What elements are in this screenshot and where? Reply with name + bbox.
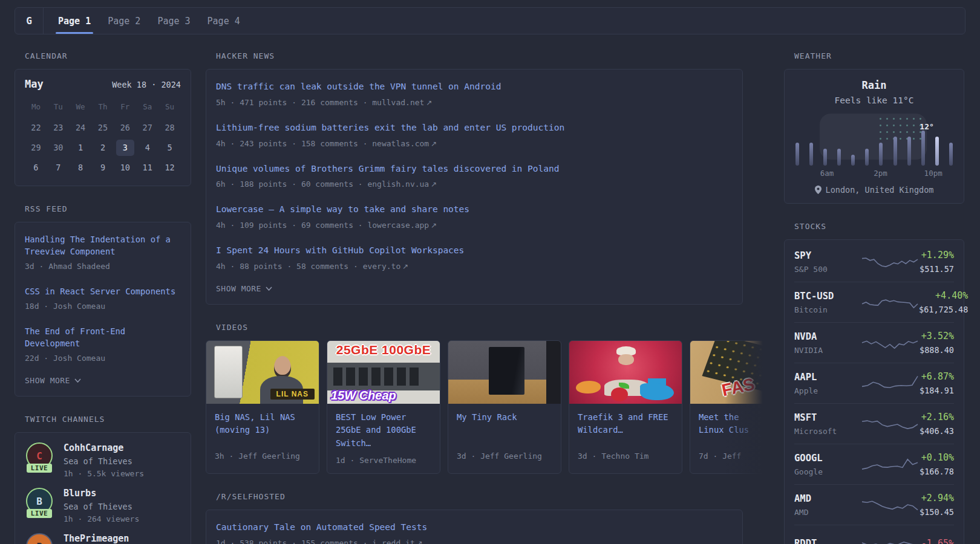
calendar-date: 10 bbox=[116, 160, 134, 176]
stock-row[interactable]: NVDA NVIDIA +3.52% $888.40 bbox=[794, 322, 954, 363]
twitch-channel-name[interactable]: Blurbs bbox=[64, 488, 139, 499]
hn-item-meta: 4h · 109 points · 69 comments · lowercas… bbox=[216, 221, 733, 230]
video-card-body: My Tiny Rack 3d · Jeff Geerling bbox=[448, 404, 561, 469]
twitch-channel-name[interactable]: CohhCarnage bbox=[64, 442, 144, 453]
stock-change: +1.29% bbox=[919, 250, 954, 261]
stock-row[interactable]: RDDT -1.65% bbox=[794, 525, 954, 544]
stock-row[interactable]: AMD AMD +2.94% $150.45 bbox=[794, 484, 954, 525]
left-column: CALENDAR May Week 18 · 2024 Mo Tu We Th … bbox=[15, 51, 191, 544]
weather-time-label: 10pm bbox=[924, 169, 942, 178]
rss-item-title[interactable]: The End of Front-End Development bbox=[25, 325, 181, 349]
twitch-channel-row: P ThePrimeagen bbox=[25, 533, 181, 544]
network-switch-art bbox=[327, 363, 440, 390]
reddit-item-meta: 1d · 538 points · 155 comments · i.redd.… bbox=[216, 539, 733, 544]
section-label-calendar: CALENDAR bbox=[25, 51, 191, 60]
twitch-channel-name[interactable]: ThePrimeagen bbox=[64, 533, 129, 544]
stock-left: RDDT bbox=[794, 538, 861, 544]
tab-page-2[interactable]: Page 2 bbox=[108, 8, 140, 34]
rss-item-title[interactable]: CSS in React Server Components bbox=[25, 285, 181, 297]
stock-row[interactable]: BTC-USD Bitcoin +4.40% $61,725.48 bbox=[794, 282, 954, 322]
hn-item-meta-text: 4h · 243 points · 158 comments · newatla… bbox=[216, 139, 429, 148]
live-badge: LIVE bbox=[27, 509, 53, 518]
video-card[interactable]: Traefik 3 and FREE Wildcard… 3d · Techno… bbox=[569, 340, 682, 474]
stock-right: +3.52% $888.40 bbox=[919, 331, 954, 355]
weather-bar bbox=[893, 137, 897, 166]
stock-symbol: MSFT bbox=[794, 412, 861, 423]
twitch-channel-category: Sea of Thieves bbox=[64, 502, 139, 511]
weather-bar bbox=[921, 131, 925, 166]
calendar-date: 7 bbox=[49, 160, 67, 176]
stock-left: SPY S&P 500 bbox=[794, 250, 861, 274]
video-card-body: BEST Low Power 25GbE and 100GbE Switch… … bbox=[327, 404, 440, 473]
hn-show-more-button[interactable]: SHOW MORE bbox=[216, 284, 272, 293]
stock-company: S&P 500 bbox=[794, 265, 861, 274]
twitch-avatar[interactable]: P bbox=[26, 533, 53, 544]
external-link-icon: ↗ bbox=[431, 140, 437, 148]
hn-item-title[interactable]: Lithium-free sodium batteries exit the l… bbox=[216, 121, 733, 135]
hn-item: I Spent 24 Hours with GitHub Copilot Wor… bbox=[216, 244, 733, 271]
reddit-item-title[interactable]: Cautionary Tale on Automated Speed Tests bbox=[216, 521, 733, 534]
external-link-icon: ↗ bbox=[417, 539, 423, 544]
stock-row[interactable]: SPY S&P 500 +1.29% $511.57 bbox=[794, 242, 954, 282]
video-thumbnail[interactable]: LIL NAS bbox=[206, 341, 319, 404]
calendar-widget: CALENDAR May Week 18 · 2024 Mo Tu We Th … bbox=[15, 51, 191, 186]
video-thumbnail[interactable] bbox=[569, 341, 682, 404]
stock-row[interactable]: MSFT Microsoft +2.16% $406.43 bbox=[794, 403, 954, 444]
video-thumbnail[interactable]: FAS bbox=[690, 341, 769, 404]
weather-bar bbox=[809, 143, 813, 166]
section-label-selfhosted: /R/SELFHOSTED bbox=[216, 492, 743, 501]
hn-item-title[interactable]: Unique volumes of Brothers Grimm fairy t… bbox=[216, 163, 733, 176]
stock-company: Google bbox=[794, 467, 861, 476]
live-badge: LIVE bbox=[27, 464, 53, 473]
app-logo[interactable]: G bbox=[15, 8, 44, 34]
calendar-date: 1 bbox=[71, 140, 90, 156]
stock-left: AMD AMD bbox=[794, 493, 861, 517]
stock-price: $406.43 bbox=[919, 426, 954, 436]
weather-bar bbox=[837, 149, 841, 166]
rss-item-title[interactable]: Handling The Indentation of a Treeview C… bbox=[25, 233, 181, 257]
video-title[interactable]: BEST Low Power 25GbE and 100GbE Switch… bbox=[336, 411, 431, 450]
tab-page-3[interactable]: Page 3 bbox=[157, 8, 190, 34]
stock-row[interactable]: GOOGL Google +0.10% $166.78 bbox=[794, 444, 954, 484]
hn-item: Unique volumes of Brothers Grimm fairy t… bbox=[216, 163, 733, 189]
twitch-channel-row: C LIVE CohhCarnage Sea of Thieves 1h · 5… bbox=[25, 442, 181, 478]
hn-item-title[interactable]: DNS traffic can leak outside the VPN tun… bbox=[216, 80, 733, 94]
tab-page-1[interactable]: Page 1 bbox=[58, 8, 91, 34]
calendar-date: 5 bbox=[161, 140, 179, 156]
video-title[interactable]: My Tiny Rack bbox=[457, 411, 552, 445]
video-title[interactable]: Meet the Linux Clus bbox=[699, 411, 769, 445]
weather-time-label: 2pm bbox=[874, 169, 887, 178]
top-nav: G Page 1 Page 2 Page 3 Page 4 bbox=[15, 7, 965, 34]
stock-price: $61,725.48 bbox=[919, 305, 968, 314]
switch-ports-art bbox=[333, 368, 419, 386]
weather-bar bbox=[879, 143, 883, 166]
stock-row[interactable]: AAPL Apple +6.87% $184.91 bbox=[794, 363, 954, 403]
video-thumbnail[interactable]: 25GbE 100GbE 15W Cheap bbox=[327, 341, 440, 404]
twitch-channel-meta: 1h · 264 viewers bbox=[64, 514, 139, 523]
rss-show-more-button[interactable]: SHOW MORE bbox=[25, 376, 81, 385]
video-card[interactable]: My Tiny Rack 3d · Jeff Geerling bbox=[448, 340, 561, 474]
video-title[interactable]: Traefik 3 and FREE Wildcard… bbox=[578, 411, 673, 445]
hn-item-title[interactable]: I Spent 24 Hours with GitHub Copilot Wor… bbox=[216, 244, 733, 257]
hn-item-title[interactable]: Lowercase – A simple way to take and sha… bbox=[216, 203, 733, 216]
weekday-label: Sa bbox=[136, 100, 158, 116]
hn-item-meta: 4h · 243 points · 158 comments · newatla… bbox=[216, 139, 733, 148]
video-card[interactable]: LIL NAS Big NAS, Lil NAS (moving 13) 3h … bbox=[206, 340, 319, 474]
video-meta: 3h · Jeff Geerling bbox=[215, 452, 310, 461]
video-card[interactable]: 25GbE 100GbE 15W Cheap BEST Low Power 25… bbox=[327, 340, 440, 474]
weather-location-row: London, United Kingdom bbox=[794, 185, 954, 195]
videos-row: LIL NAS Big NAS, Lil NAS (moving 13) 3h … bbox=[206, 340, 769, 474]
calendar-date: 28 bbox=[161, 120, 179, 136]
stock-symbol: GOOGL bbox=[794, 453, 861, 464]
weather-feels-like: Feels like 11°C bbox=[794, 96, 954, 105]
tab-page-4[interactable]: Page 4 bbox=[207, 8, 240, 34]
twitch-channel-info: ThePrimeagen bbox=[64, 533, 129, 544]
weather-bar bbox=[907, 137, 911, 166]
person-art bbox=[274, 356, 291, 378]
video-card[interactable]: FAS Meet the Linux Clus 7d · Jeff bbox=[690, 340, 769, 474]
pc-case-art bbox=[214, 346, 243, 398]
video-meta: 3d · Techno Tim bbox=[578, 452, 673, 461]
video-thumbnail[interactable] bbox=[448, 341, 561, 404]
video-title[interactable]: Big NAS, Lil NAS (moving 13) bbox=[215, 411, 310, 445]
weather-bar bbox=[865, 149, 869, 166]
